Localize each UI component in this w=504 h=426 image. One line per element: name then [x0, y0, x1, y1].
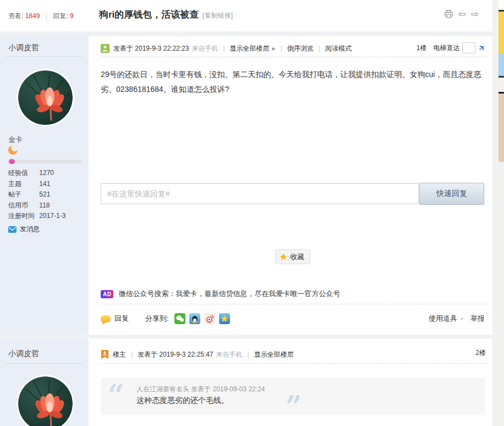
favorite-label: 收藏 [290, 252, 304, 262]
stat-label: 主题 [8, 179, 37, 190]
quick-reply-button[interactable]: 快速回复 [419, 183, 484, 205]
stat-row: 主题 141 [8, 179, 65, 190]
from-mobile-label: 来自手机 [191, 44, 218, 53]
send-message-link[interactable]: 发消息 [8, 225, 40, 234]
post1-body: 29号的还款日，当时卡里有钱，没扣。第二天扣的。今天给我打电话，让我提供扣款证明… [101, 67, 484, 97]
caret-down-icon: ▼ [460, 317, 464, 321]
star-icon: ★ [280, 253, 287, 261]
user-stats-list: 经验值 1270 主题 141 帖子 521 信用币 118 注册时间 2017… [8, 168, 65, 222]
forum-thread-page: 查看: 1849 | 回复: 9 狗ri的厚钱包，活该被查[复制链接] ⇦ ⇨ … [0, 0, 504, 426]
topbar-icons: ⇦ ⇨ [444, 9, 479, 19]
post1-author-panel: 小调皮哲 [0, 36, 89, 335]
clipped-side-content [498, 0, 504, 426]
avatar[interactable] [18, 70, 73, 125]
post1-panel: 发表于 2019-9-3 22:22:23 来自手机 | 显示全部楼层 ▶ | … [89, 36, 492, 335]
separator: | [248, 351, 249, 358]
replies-count: 9 [70, 12, 74, 20]
crescent-moon-icon [8, 145, 18, 155]
experience-progress-bar [8, 160, 83, 163]
use-tool-menu[interactable]: 使用道具 [429, 314, 457, 324]
divider-dashed [7, 56, 82, 57]
stat-label: 注册时间 [8, 211, 37, 222]
separator: | [46, 12, 47, 20]
stat-value: 1270 [39, 169, 54, 177]
stat-row: 注册时间 2017-1-3 [8, 211, 65, 222]
qzone-share-icon[interactable] [219, 313, 230, 324]
stat-value: 118 [39, 201, 50, 209]
post2-header: 楼主 | 发表于 2019-9-3 22:25:47 来自手机 | 显示全部楼层… [101, 348, 486, 361]
divider-band [0, 335, 493, 338]
elevator-label: 电梯直达 [433, 43, 459, 53]
triangle-right-icon: ▶ [272, 46, 276, 51]
post2-timestamp: 发表于 2019-9-3 22:25:47 [138, 350, 213, 359]
page-right-margin [492, 0, 498, 426]
show-all-floors-link[interactable]: 显示全部楼层 [254, 350, 294, 359]
stat-row: 信用币 118 [8, 200, 65, 211]
stat-value: 521 [39, 190, 50, 198]
post1-header: 发表于 2019-9-3 22:22:23 来自手机 | 显示全部楼层 ▶ | … [101, 42, 486, 54]
post1-action-bar: 回复 分享到: [101, 312, 485, 325]
quote-close-icon: ” [286, 392, 302, 420]
reply-link[interactable]: 回复 [114, 314, 129, 324]
send-message-label: 发消息 [20, 225, 40, 234]
divider-band [0, 31, 493, 36]
divider-dashed [7, 363, 82, 364]
replies-label: 回复: [53, 12, 68, 20]
author-username[interactable]: 小调皮哲 [8, 43, 39, 53]
divider-dashed [101, 304, 487, 304]
stat-label: 帖子 [8, 189, 37, 200]
views-label: 查看: [8, 12, 23, 20]
post2-author-panel: 小调皮哲 [0, 338, 89, 426]
stat-label: 信用币 [8, 200, 37, 211]
quick-reply-bar: 快速回复 [101, 183, 484, 205]
thread-topbar: 查看: 1849 | 回复: 9 狗ri的厚钱包，活该被查[复制链接] ⇦ ⇨ [0, 0, 493, 31]
divider-dashed [101, 363, 487, 364]
elevator-floor-input[interactable] [462, 42, 475, 53]
report-link[interactable]: 举报 [470, 314, 485, 324]
ad-text: 微信公众号搜索：我爱卡，最新信贷信息，尽在我爱卡唯一官方公众号 [118, 289, 340, 299]
post2-header-right: 2楼 [475, 348, 486, 358]
stat-row: 经验值 1270 [8, 168, 65, 179]
from-mobile-label: 来自手机 [216, 350, 243, 359]
quote-meta: 人在江湖要有名头 发表于 2019-09-03 22:24 [136, 385, 265, 394]
thread-starter-label: 楼主 [113, 350, 126, 359]
next-thread-icon[interactable]: ⇨ [471, 9, 479, 19]
reply-bubble-icon [101, 315, 111, 323]
online-user-icon [101, 44, 109, 53]
weibo-share-icon[interactable] [204, 313, 215, 324]
prev-thread-icon[interactable]: ⇦ [458, 9, 466, 19]
reverse-browse-link[interactable]: 倒序浏览 [287, 44, 314, 53]
show-all-floors-link[interactable]: 显示全部楼层 [230, 44, 270, 53]
envelope-icon [8, 226, 17, 233]
thread-title: 狗ri的厚钱包，活该被查[复制链接] [99, 8, 233, 21]
wechat-share-icon[interactable] [174, 313, 185, 324]
separator: | [223, 45, 224, 52]
read-mode-link[interactable]: 阅读模式 [325, 44, 352, 53]
rocket-icon[interactable]: ✈ [476, 42, 488, 54]
print-icon[interactable] [444, 9, 453, 19]
stat-value: 2017-1-3 [39, 212, 65, 220]
floor-number: 1楼 [417, 43, 427, 53]
stat-label: 经验值 [8, 168, 37, 179]
views-count: 1849 [25, 12, 40, 20]
quote-text: 这种态度恶劣的还个毛线。 [136, 396, 229, 406]
avatar[interactable] [18, 376, 73, 426]
share-to-label: 分享到: [145, 314, 169, 324]
separator: | [131, 351, 133, 358]
progress-fill [9, 159, 15, 164]
favorite-button[interactable]: ★ 收藏 [275, 249, 310, 264]
stat-row: 帖子 521 [8, 189, 65, 200]
quote-open-icon: “ [108, 381, 124, 409]
separator: | [319, 45, 320, 52]
copy-link-button[interactable]: [复制链接] [202, 12, 233, 19]
quoted-reply-block: “ ” 人在江湖要有名头 发表于 2019-09-03 22:24 这种态度恶劣… [101, 378, 485, 415]
quick-reply-input[interactable] [101, 183, 419, 204]
author-username[interactable]: 小调皮哲 [8, 349, 39, 359]
wechat-ad-line[interactable]: AD 微信公众号搜索：我爱卡，最新信贷信息，尽在我爱卡唯一官方公众号 [101, 289, 340, 299]
post1-header-right: 1楼 电梯直达 ✈ [417, 42, 486, 53]
divider-dashed [101, 57, 487, 57]
post1-timestamp: 发表于 2019-9-3 22:22:23 [113, 44, 189, 53]
qq-share-icon[interactable] [189, 313, 200, 324]
floor-number: 2楼 [475, 348, 486, 358]
ad-badge: AD [101, 290, 113, 298]
